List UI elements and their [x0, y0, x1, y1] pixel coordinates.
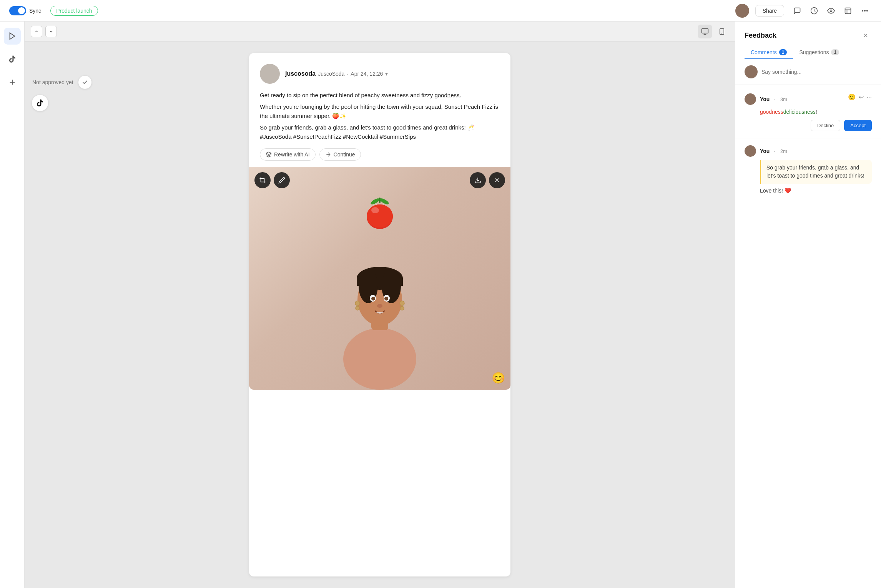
svg-point-30: [371, 297, 375, 301]
highlighted-text: goodness.: [434, 92, 461, 98]
video-icon: [8, 32, 17, 40]
feedback-header: Feedback: [735, 22, 881, 42]
svg-point-38: [371, 207, 379, 213]
svg-point-5: [862, 10, 863, 11]
accept-btn[interactable]: Accept: [844, 120, 872, 131]
svg-point-27: [400, 306, 404, 310]
svg-rect-11: [702, 28, 708, 33]
close-image-btn[interactable]: [489, 172, 505, 188]
edit-btn[interactable]: [274, 172, 290, 188]
comments-list: You · 3m 🙂 ↩ ··· goodnessdeliciousness! …: [735, 85, 881, 588]
post-actions: Rewrite with AI Continue: [260, 148, 500, 161]
user-avatar: [735, 4, 749, 18]
pencil-icon: [278, 177, 285, 184]
post-handle: JuscoSoda: [318, 71, 344, 77]
sync-label: Sync: [29, 8, 41, 14]
crop-icon: [259, 177, 266, 184]
tiktok-badge-icon: [36, 99, 44, 107]
decline-btn[interactable]: Decline: [811, 120, 840, 131]
feedback-tabs: Comments 1 Suggestions 1: [735, 42, 881, 59]
svg-point-7: [867, 10, 868, 11]
tab-suggestions[interactable]: Suggestions 1: [793, 46, 845, 59]
main-layout: Not approved yet: [0, 22, 881, 588]
eye-icon: [827, 7, 835, 15]
more-options-icon[interactable]: ···: [867, 94, 872, 101]
inserted-text: deliciousness: [783, 109, 816, 115]
svg-point-31: [384, 297, 388, 301]
svg-point-32: [377, 304, 382, 308]
comment-input-row: [735, 59, 881, 85]
mobile-view-btn[interactable]: [715, 25, 729, 38]
reply-icon[interactable]: ↩: [859, 93, 864, 101]
nav-up-btn[interactable]: [31, 26, 42, 37]
rewrite-ai-btn[interactable]: Rewrite with AI: [260, 148, 316, 161]
svg-point-25: [356, 306, 359, 310]
tomato-illustration: [362, 197, 397, 231]
comment2-time: 2m: [780, 148, 787, 154]
comment1-time: 3m: [780, 96, 787, 102]
check-icon: [82, 79, 88, 85]
emoji-react-icon[interactable]: 🙂: [848, 93, 856, 101]
approval-bar: Not approved yet: [25, 75, 100, 89]
share-button[interactable]: Share: [755, 5, 784, 17]
mobile-icon: [718, 28, 725, 35]
post-username-row: juscosoda JuscoSoda · Apr 24, 12:26 ▾: [285, 70, 388, 77]
sync-toggle[interactable]: Sync: [9, 6, 41, 15]
image-overlay-tl: [254, 172, 290, 188]
chat-icon-btn[interactable]: [790, 4, 804, 18]
left-sidebar: [0, 22, 25, 588]
feedback-panel: Feedback Comments 1 Suggestions 1: [735, 22, 881, 588]
chat-icon: [793, 7, 801, 15]
continue-label: Continue: [334, 151, 355, 158]
clock-icon: [810, 7, 818, 15]
comment1-username: You: [760, 96, 770, 102]
approval-check-btn[interactable]: [78, 75, 92, 89]
download-icon: [474, 177, 481, 184]
svg-point-6: [864, 10, 866, 11]
svg-point-26: [400, 301, 404, 306]
svg-point-24: [355, 301, 360, 306]
desktop-icon: [701, 28, 709, 35]
post-card: juscosoda JuscoSoda · Apr 24, 12:26 ▾ Ge…: [249, 53, 510, 576]
continue-btn[interactable]: Continue: [319, 148, 361, 161]
comment1-action-icons: 🙂 ↩ ···: [848, 93, 872, 101]
tab-suggestions-label: Suggestions: [799, 49, 829, 55]
post-username: juscosoda: [285, 70, 316, 77]
clock-icon-btn[interactable]: [807, 4, 821, 18]
chevron-up-icon: [34, 29, 39, 34]
post-content: Get ready to sip on the perfect blend of…: [260, 91, 500, 141]
nav-down-btn[interactable]: [45, 26, 57, 37]
crop-btn[interactable]: [254, 172, 271, 188]
sidebar-tiktok-btn[interactable]: [4, 51, 21, 68]
post-image-container: 😊: [249, 167, 510, 390]
tab-comments[interactable]: Comments 1: [745, 46, 793, 59]
emoji-btn[interactable]: 😊: [492, 372, 505, 384]
tab-comments-label: Comments: [751, 49, 777, 55]
desktop-view-btn[interactable]: [698, 25, 712, 38]
layout-icon-btn[interactable]: [841, 4, 855, 18]
post-avatar: [260, 64, 280, 84]
download-btn[interactable]: [470, 172, 486, 188]
toggle-switch[interactable]: [9, 6, 26, 15]
post-dropdown-icon[interactable]: ▾: [385, 71, 388, 77]
eye-icon-btn[interactable]: [824, 4, 838, 18]
comment2-header: You · 2m: [745, 145, 872, 157]
feedback-close-btn[interactable]: [859, 29, 872, 42]
svg-point-37: [367, 204, 393, 228]
project-tag[interactable]: Product launch: [50, 6, 98, 16]
svg-rect-23: [357, 278, 403, 286]
post-time: Apr 24, 12:26: [351, 71, 383, 77]
add-icon: [8, 78, 17, 86]
svg-point-1: [830, 10, 832, 12]
sidebar-video-btn[interactable]: [4, 28, 21, 45]
post-meta: juscosoda JuscoSoda · Apr 24, 12:26 ▾: [285, 70, 388, 77]
topbar-icons: [790, 4, 872, 18]
comment1-punctuation: !: [816, 109, 817, 115]
sidebar-add-btn[interactable]: [4, 74, 21, 91]
comment-item-2: You · 2m So grab your friends, grab a gl…: [735, 140, 881, 200]
comment2-username: You: [760, 148, 770, 154]
strikethrough-text: goodness: [760, 109, 783, 115]
more-icon-btn[interactable]: [858, 4, 872, 18]
tiktok-platform-badge[interactable]: [32, 95, 48, 111]
comment-input-field[interactable]: [761, 69, 872, 75]
